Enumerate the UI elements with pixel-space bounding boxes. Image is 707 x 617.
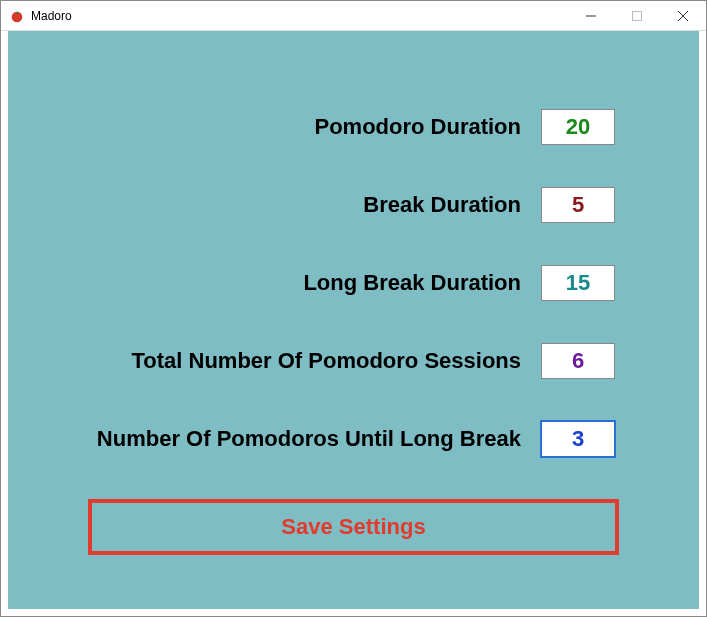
label-break-duration: Break Duration [363, 192, 521, 218]
input-until-long-break[interactable] [541, 421, 615, 457]
input-break-duration[interactable] [541, 187, 615, 223]
row-long-break-duration: Long Break Duration [8, 265, 699, 301]
input-pomodoro-duration[interactable] [541, 109, 615, 145]
app-window: Madoro Pomodoro Duration Break Duration … [0, 0, 707, 617]
svg-rect-2 [633, 11, 642, 20]
label-until-long-break: Number Of Pomodoros Until Long Break [97, 426, 521, 452]
titlebar: Madoro [1, 1, 706, 31]
label-total-sessions: Total Number Of Pomodoro Sessions [131, 348, 521, 374]
save-settings-button[interactable]: Save Settings [88, 499, 619, 555]
settings-panel: Pomodoro Duration Break Duration Long Br… [8, 31, 699, 609]
tomato-icon [9, 8, 25, 24]
window-title: Madoro [31, 9, 72, 23]
input-total-sessions[interactable] [541, 343, 615, 379]
row-pomodoro-duration: Pomodoro Duration [8, 109, 699, 145]
row-total-sessions: Total Number Of Pomodoro Sessions [8, 343, 699, 379]
save-button-container: Save Settings [88, 499, 619, 555]
close-button[interactable] [660, 1, 706, 31]
row-until-long-break: Number Of Pomodoros Until Long Break [8, 421, 699, 457]
label-long-break-duration: Long Break Duration [303, 270, 521, 296]
minimize-button[interactable] [568, 1, 614, 31]
input-long-break-duration[interactable] [541, 265, 615, 301]
label-pomodoro-duration: Pomodoro Duration [314, 114, 521, 140]
row-break-duration: Break Duration [8, 187, 699, 223]
maximize-button[interactable] [614, 1, 660, 31]
